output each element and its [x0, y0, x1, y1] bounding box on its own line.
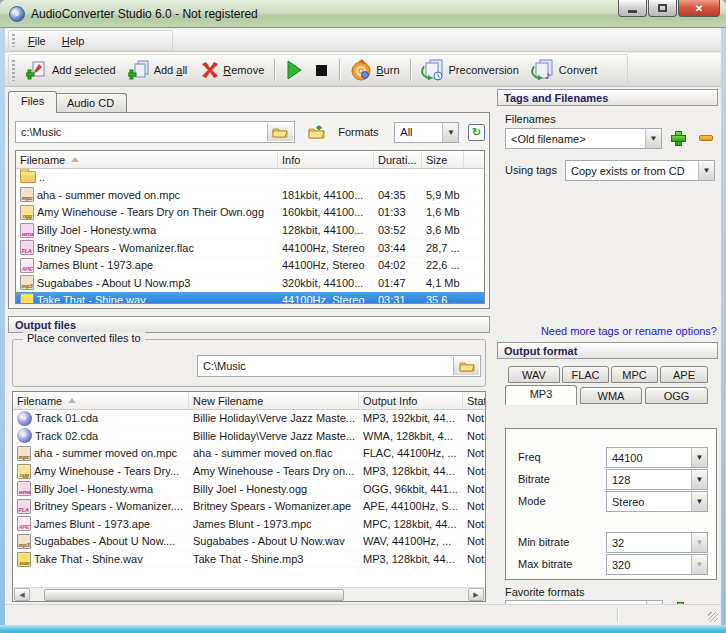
stop-button[interactable] [309, 57, 335, 83]
mp3-file-icon: mp3 [20, 275, 34, 290]
chevron-down-icon: ▼ [691, 555, 707, 574]
drag-grip[interactable] [12, 60, 15, 81]
column-filename[interactable]: Filename [13, 392, 189, 409]
wav-file-icon: wav [20, 293, 34, 304]
ogg-file-icon: ogg [20, 205, 34, 220]
tab-wav[interactable]: WAV [508, 366, 560, 383]
tab-mp3[interactable]: MP3 [505, 385, 577, 405]
folder-icon [20, 171, 36, 183]
table-row[interactable]: Track 02.cda Billie Holiday\Verve Jazz M… [13, 428, 485, 446]
filenames-select[interactable]: <Old filename> ▼ [505, 128, 662, 149]
column-size[interactable]: Size [422, 151, 464, 168]
table-row[interactable]: FLABritney Spears - Womanizer.flac 44100… [16, 239, 484, 257]
add-selected-button[interactable]: Add selected [20, 57, 122, 83]
table-row[interactable]: APEJames Blunt - 1973.ape 44100Hz, Stere… [16, 257, 484, 275]
mode-select[interactable]: Stereo ▼ [606, 491, 708, 512]
files-panel: c:\Music [8, 112, 490, 309]
arrow-right-icon: ▶ [473, 591, 478, 599]
preconversion-button[interactable]: Preconversion [415, 56, 525, 84]
table-row[interactable]: oggAmy Winehouse - Tears Dry... Amy Wine… [13, 463, 485, 481]
folder-up-icon [308, 124, 326, 140]
close-icon: ✕ [695, 3, 703, 14]
tab-flac[interactable]: FLAC [562, 366, 609, 383]
horizontal-scrollbar[interactable]: ◀ ▶ [13, 587, 485, 601]
table-row[interactable]: mp3Sugababes - About U Now.mp3 320kbit, … [16, 275, 484, 293]
table-row[interactable]: mp3Sugababes - About U Now.... Sugababes… [13, 533, 485, 551]
using-tags-select[interactable]: Copy exists or from CD ▼ [565, 160, 715, 181]
max-bitrate-select[interactable]: 320 ▼ [606, 554, 708, 575]
source-path-input[interactable]: c:\Music [15, 121, 295, 143]
tab-wma[interactable]: WMA [580, 387, 642, 404]
output-path-input[interactable]: C:\Music [197, 355, 481, 377]
resize-grip[interactable] [708, 612, 718, 622]
min-bitrate-select[interactable]: 32 ▼ [606, 532, 708, 553]
column-output-info[interactable]: Output Info [359, 392, 463, 409]
toolbar: Add selected Add all Remove [5, 53, 721, 87]
refresh-button[interactable]: ↻ [468, 124, 485, 141]
burn-button[interactable]: Burn [344, 56, 405, 84]
browse-output-folder-button[interactable] [453, 357, 479, 375]
table-row[interactable]: APEJames Blunt - 1973.ape James Blunt - … [13, 516, 485, 534]
play-button[interactable] [279, 57, 309, 83]
browse-folder-button[interactable] [267, 123, 293, 141]
app-window: AudioConverter Studio 6.0 - Not register… [0, 0, 726, 633]
table-row[interactable]: FLABritney Spears - Womanizer.... Britne… [13, 498, 485, 516]
more-tags-link[interactable]: Need more tags or rename options? [5, 325, 717, 337]
formats-label: Formats [338, 126, 378, 138]
table-row[interactable]: wmaBilly Joel - Honesty.wma 128kbit, 441… [16, 222, 484, 240]
drag-grip[interactable] [12, 34, 15, 47]
folder-icon [459, 360, 475, 372]
min-bitrate-label: Min bitrate [518, 536, 569, 548]
table-row[interactable]: mpcaha - summer moved on.mpc 181kbit, 44… [16, 187, 484, 205]
convert-button[interactable]: ♪ Convert [525, 56, 604, 84]
bitrate-select[interactable]: 128 ▼ [606, 469, 708, 490]
wma-file-icon: wma [17, 481, 31, 496]
folder-up-button[interactable] [308, 124, 326, 140]
add-all-button[interactable]: Add all [122, 57, 194, 83]
menu-file[interactable]: File [20, 33, 54, 49]
bitrate-label: Bitrate [518, 473, 550, 485]
remove-button[interactable]: Remove [193, 57, 270, 83]
column-status[interactable]: Statu [463, 392, 485, 409]
tab-ape[interactable]: APE [660, 366, 708, 383]
column-info[interactable]: Info [278, 151, 374, 168]
scroll-left-button[interactable]: ◀ [14, 588, 30, 601]
column-duration[interactable]: Durati... [374, 151, 422, 168]
tab-audio-cd[interactable]: Audio CD [54, 93, 127, 113]
add-filename-mask-button[interactable] [671, 131, 685, 145]
table-row-selected[interactable]: wavTake That - Shine.wav 44100Hz, Stereo… [16, 292, 484, 304]
client-area: File Help Add selected [5, 28, 721, 625]
files-list: Filename Info Durati... Size .. mpcaha -… [15, 150, 485, 304]
column-new-filename[interactable]: New Filename [189, 392, 359, 409]
table-row[interactable]: oggAmy Winehouse - Tears Dry on Their Ow… [16, 204, 484, 222]
play-icon [285, 60, 303, 80]
tab-ogg[interactable]: OGG [645, 387, 708, 404]
remove-filename-mask-button[interactable] [699, 131, 713, 141]
menu-help[interactable]: Help [54, 33, 93, 49]
scroll-right-button[interactable]: ▶ [468, 588, 484, 601]
toolbar-separator [274, 59, 275, 81]
close-button[interactable]: ✕ [678, 0, 720, 17]
wma-file-icon: wma [20, 223, 34, 238]
formats-select[interactable]: All ▼ [394, 122, 459, 143]
app-icon [9, 6, 25, 22]
freq-select[interactable]: 44100 ▼ [606, 447, 708, 468]
table-row[interactable]: Track 01.cda Billie Holiday\Verve Jazz M… [13, 410, 485, 428]
tab-mpc[interactable]: MPC [611, 366, 658, 383]
add-files-icon [128, 60, 150, 80]
table-row[interactable]: wmaBilly Joel - Honesty.wma Billy Joel -… [13, 480, 485, 498]
tab-files[interactable]: Files [8, 91, 57, 113]
files-list-header: Filename Info Durati... Size [16, 151, 484, 169]
mpc-file-icon: mpc [20, 187, 34, 202]
title-bar[interactable]: AudioConverter Studio 6.0 - Not register… [0, 0, 726, 28]
refresh-icon: ↻ [472, 126, 481, 139]
scrollbar-thumb[interactable] [44, 589, 344, 601]
table-row[interactable]: wavTake That - Shine.wav Take That - Shi… [13, 551, 485, 569]
cd-icon [17, 411, 32, 426]
table-row[interactable]: .. [16, 169, 484, 187]
minimize-button[interactable] [618, 0, 647, 17]
maximize-button[interactable] [648, 0, 677, 17]
chevron-down-icon: ▼ [691, 470, 707, 489]
column-filename[interactable]: Filename [16, 151, 278, 168]
table-row[interactable]: mpcaha - summer moved on.mpc aha - summe… [13, 445, 485, 463]
